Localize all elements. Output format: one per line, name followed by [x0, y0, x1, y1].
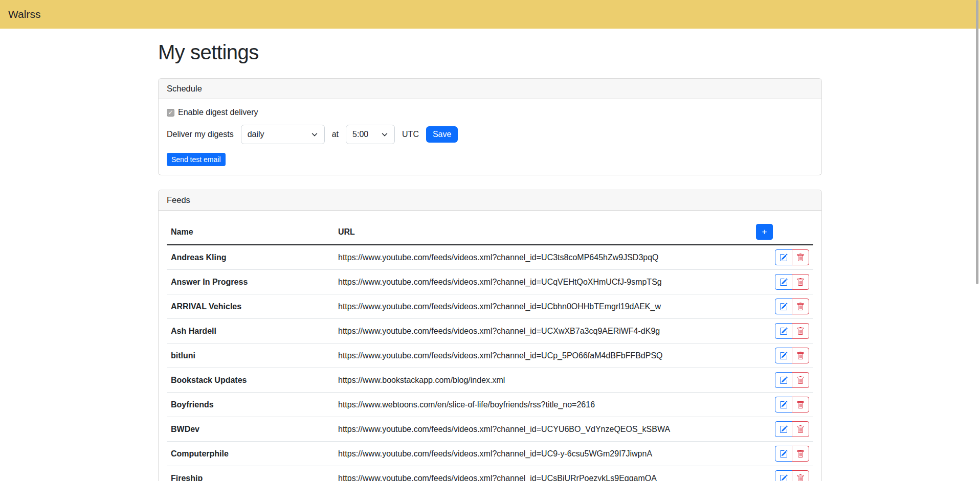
- trash-icon: [796, 401, 805, 409]
- pencil-square-icon: [779, 376, 788, 384]
- save-button[interactable]: Save: [426, 126, 458, 143]
- edit-feed-button[interactable]: [775, 348, 792, 363]
- at-label: at: [332, 130, 339, 139]
- feed-name: Answer In Progress: [167, 270, 334, 294]
- feed-name: bitluni: [167, 343, 334, 368]
- feed-url: https://www.youtube.com/feeds/videos.xml…: [334, 343, 752, 368]
- feed-actions: [775, 470, 809, 481]
- enable-digest-label: Enable digest delivery: [178, 108, 258, 117]
- delete-feed-button[interactable]: [792, 372, 809, 388]
- frequency-select[interactable]: daily: [241, 125, 325, 144]
- delete-feed-button[interactable]: [792, 348, 809, 363]
- pencil-square-icon: [779, 278, 788, 286]
- feed-row: Ash Hardellhttps://www.youtube.com/feeds…: [167, 319, 813, 343]
- feeds-card-body: Name URL + Andreas Klinghttps://www.yout…: [159, 211, 821, 481]
- main-content: My settings Schedule ✓ Enable digest del…: [158, 29, 822, 481]
- pencil-square-icon: [779, 450, 788, 458]
- feed-url: https://www.youtube.com/feeds/videos.xml…: [334, 417, 752, 442]
- name-column-header: Name: [167, 219, 334, 245]
- delete-feed-button[interactable]: [792, 249, 809, 265]
- feed-url: https://www.youtube.com/feeds/videos.xml…: [334, 466, 752, 481]
- trash-icon: [796, 352, 805, 360]
- feed-row: Computerphilehttps://www.youtube.com/fee…: [167, 442, 813, 466]
- feed-name: Boyfriends: [167, 393, 334, 417]
- url-column-header: URL: [334, 219, 752, 245]
- trash-icon: [796, 474, 805, 481]
- feeds-card-header: Feeds: [159, 190, 821, 211]
- feed-row: Boyfriendshttps://www.webtoons.com/en/sl…: [167, 393, 813, 417]
- time-selected-value: 5:00: [352, 130, 368, 139]
- feed-url: https://www.youtube.com/feeds/videos.xml…: [334, 319, 752, 343]
- feeds-table: Name URL + Andreas Klinghttps://www.yout…: [167, 219, 813, 481]
- feeds-card: Feeds Name URL + Andreas Klinghttps://ww…: [158, 190, 822, 481]
- feed-actions: [775, 397, 809, 413]
- edit-feed-button[interactable]: [775, 249, 792, 265]
- feed-name: BWDev: [167, 417, 334, 442]
- pencil-square-icon: [779, 425, 788, 433]
- edit-feed-button[interactable]: [775, 446, 792, 462]
- feed-row: Fireshiphttps://www.youtube.com/feeds/vi…: [167, 466, 813, 481]
- edit-feed-button[interactable]: [775, 421, 792, 437]
- utc-label: UTC: [402, 130, 419, 139]
- delete-feed-button[interactable]: [792, 323, 809, 339]
- edit-feed-button[interactable]: [775, 274, 792, 290]
- delete-feed-button[interactable]: [792, 470, 809, 481]
- time-select[interactable]: 5:00: [346, 125, 395, 144]
- edit-feed-button[interactable]: [775, 470, 792, 481]
- feed-row: Andreas Klinghttps://www.youtube.com/fee…: [167, 245, 813, 270]
- delete-feed-button[interactable]: [792, 274, 809, 290]
- trash-icon: [796, 450, 805, 458]
- navbar-brand[interactable]: Walrss: [8, 8, 40, 20]
- feed-row: BWDevhttps://www.youtube.com/feeds/video…: [167, 417, 813, 442]
- send-test-email-button[interactable]: Send test email: [167, 153, 226, 166]
- add-feed-button[interactable]: +: [756, 224, 773, 240]
- vertical-scrollbar[interactable]: [976, 0, 978, 284]
- feed-actions: [775, 421, 809, 437]
- pencil-square-icon: [779, 254, 788, 262]
- trash-icon: [796, 278, 805, 286]
- chevron-down-icon: [311, 131, 318, 138]
- edit-feed-button[interactable]: [775, 372, 792, 388]
- delete-feed-button[interactable]: [792, 421, 809, 437]
- feed-actions: [775, 372, 809, 388]
- feed-name: Bookstack Updates: [167, 368, 334, 393]
- feed-actions: [775, 348, 809, 363]
- feed-url: https://www.youtube.com/feeds/videos.xml…: [334, 245, 752, 270]
- edit-feed-button[interactable]: [775, 397, 792, 413]
- edit-feed-button[interactable]: [775, 323, 792, 339]
- pencil-square-icon: [779, 401, 788, 409]
- pencil-square-icon: [779, 303, 788, 311]
- feed-row: bitlunihttps://www.youtube.com/feeds/vid…: [167, 343, 813, 368]
- feed-url: https://www.bookstackapp.com/blog/index.…: [334, 368, 752, 393]
- delete-feed-button[interactable]: [792, 397, 809, 413]
- delete-feed-button[interactable]: [792, 446, 809, 462]
- feeds-table-header-row: Name URL +: [167, 219, 813, 245]
- feed-actions: [775, 446, 809, 462]
- edit-feed-button[interactable]: [775, 299, 792, 314]
- feed-url: https://www.youtube.com/feeds/videos.xml…: [334, 270, 752, 294]
- feed-name: Fireship: [167, 466, 334, 481]
- page-title: My settings: [158, 41, 822, 64]
- feed-url: https://www.youtube.com/feeds/videos.xml…: [334, 442, 752, 466]
- feed-name: ARRIVAL Vehicles: [167, 294, 334, 319]
- chevron-down-icon: [381, 131, 388, 138]
- delete-feed-button[interactable]: [792, 299, 809, 314]
- feed-name: Ash Hardell: [167, 319, 334, 343]
- trash-icon: [796, 303, 805, 311]
- feed-row: Answer In Progresshttps://www.youtube.co…: [167, 270, 813, 294]
- pencil-square-icon: [779, 474, 788, 481]
- trash-icon: [796, 425, 805, 433]
- trash-icon: [796, 327, 805, 335]
- trash-icon: [796, 376, 805, 384]
- feed-name: Computerphile: [167, 442, 334, 466]
- enable-digest-checkbox[interactable]: ✓: [167, 109, 174, 117]
- pencil-square-icon: [779, 327, 788, 335]
- schedule-card: Schedule ✓ Enable digest delivery Delive…: [158, 78, 822, 175]
- schedule-card-body: ✓ Enable digest delivery Deliver my dige…: [159, 99, 821, 175]
- feed-row: Bookstack Updateshttps://www.bookstackap…: [167, 368, 813, 393]
- feed-actions: [775, 299, 809, 314]
- feed-actions: [775, 274, 809, 290]
- navbar: Walrss: [0, 0, 980, 29]
- schedule-card-header: Schedule: [159, 79, 821, 99]
- feed-actions: [775, 323, 809, 339]
